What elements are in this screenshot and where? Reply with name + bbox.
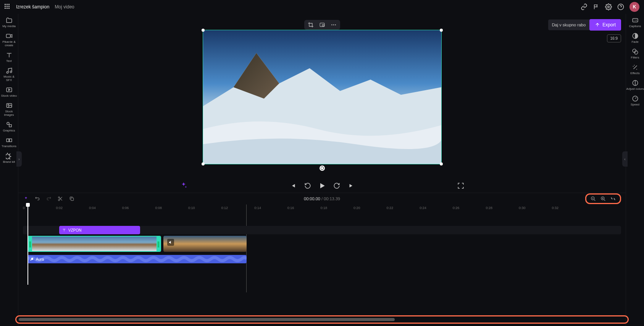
app-launcher-icon[interactable] xyxy=(5,4,11,10)
scissors-icon[interactable] xyxy=(57,196,63,202)
svg-point-16 xyxy=(333,24,334,26)
svg-rect-14 xyxy=(322,24,324,26)
settings-icon[interactable] xyxy=(605,3,612,10)
scroll-thumb[interactable] xyxy=(19,318,395,321)
avatar-initial: K xyxy=(633,4,636,10)
undo-icon[interactable] xyxy=(34,196,40,202)
aspect-ratio-badge[interactable]: 16:9 xyxy=(607,34,621,42)
sidebar-brand-kit[interactable]: Brand kit xyxy=(0,152,18,164)
label: Captions xyxy=(629,24,641,28)
timeline-ruler[interactable]: 00:020:040:060:080:100:120:140:160:180:2… xyxy=(23,204,621,213)
audio-clip[interactable]: Aura xyxy=(27,255,247,263)
sidebar-graphics[interactable]: Graphics xyxy=(0,121,18,132)
label: Speed xyxy=(631,103,639,106)
rewind-icon[interactable] xyxy=(304,182,312,190)
link-icon[interactable] xyxy=(581,3,588,10)
skip-end-icon[interactable] xyxy=(347,182,355,190)
svg-rect-6 xyxy=(6,88,12,92)
sidebar-adjust-colors[interactable]: Adjust colors xyxy=(626,79,644,91)
sidebar-captions[interactable]: Captions xyxy=(626,17,644,28)
sidebar-stock-video[interactable]: Stock video xyxy=(0,86,18,97)
more-icon[interactable] xyxy=(330,22,337,28)
magic-tool-icon[interactable] xyxy=(23,196,29,202)
upload-icon xyxy=(595,22,600,28)
topbar-right: K xyxy=(581,2,639,12)
svg-point-20 xyxy=(58,199,60,201)
skip-start-icon[interactable] xyxy=(289,182,297,190)
duplicate-icon[interactable] xyxy=(69,196,75,202)
svg-point-15 xyxy=(331,24,332,26)
play-icon[interactable] xyxy=(318,182,326,190)
pip-icon[interactable] xyxy=(319,22,326,28)
label: Brand kit xyxy=(3,160,15,164)
ruler-tick: 0:04 xyxy=(89,206,96,210)
rotate-handle[interactable] xyxy=(320,165,325,171)
sidebar-record-create[interactable]: Pikarde & create xyxy=(0,32,18,47)
track-spacer xyxy=(23,213,621,224)
sidebar-effects[interactable]: Effects xyxy=(626,64,644,75)
label: Adjust colors xyxy=(626,87,644,91)
right-sidebar: Captions Fade Filters Effects Adjust col… xyxy=(626,14,644,326)
flag-icon[interactable] xyxy=(593,3,600,10)
ruler-tick: 0:18 xyxy=(320,206,327,210)
fullscreen-icon[interactable] xyxy=(457,182,465,190)
sidebar-speed[interactable]: Speed xyxy=(626,95,644,106)
text-clip-label: VZPON xyxy=(68,228,81,232)
playhead[interactable] xyxy=(27,204,28,285)
resize-handle-tr[interactable] xyxy=(440,29,443,32)
timeline-scroll-highlighted[interactable] xyxy=(15,315,629,324)
ruler-tick: 0:02 xyxy=(56,206,63,210)
topbar-left: Izrezek šampion Moj video xyxy=(5,4,74,10)
label: Transitions xyxy=(2,144,16,148)
ai-sparkle-icon[interactable] xyxy=(179,181,188,190)
export-button[interactable]: Export xyxy=(589,19,621,31)
export-label: Export xyxy=(602,22,616,28)
ruler-tick: 0:14 xyxy=(254,206,261,210)
sidebar-fade[interactable]: Fade xyxy=(626,32,644,44)
brand-title: Izrezek šampion xyxy=(16,4,49,10)
audio-track[interactable]: Aura xyxy=(23,255,621,263)
right-sidebar-collapse[interactable]: ‹ xyxy=(622,151,628,167)
video-track[interactable]: ∥ ∥ xyxy=(23,236,621,253)
sidebar-music-sfx[interactable]: Music & SFX xyxy=(0,67,18,82)
crop-icon[interactable] xyxy=(307,22,314,28)
ruler-tick: 0:10 xyxy=(188,206,195,210)
sidebar-my-media[interactable]: My media xyxy=(0,17,18,28)
share-button[interactable]: Daj v skupno rabo xyxy=(548,19,590,30)
zoom-out-icon[interactable] xyxy=(590,196,596,202)
clip-grip-right[interactable]: ∥ xyxy=(157,237,160,251)
sidebar-transitions[interactable]: Transitions xyxy=(0,137,18,148)
label: Fade xyxy=(631,40,638,44)
video-canvas[interactable] xyxy=(203,30,442,164)
label: My media xyxy=(2,24,16,28)
resize-handle-bl[interactable] xyxy=(202,162,205,165)
resize-handle-br[interactable] xyxy=(440,162,443,165)
svg-rect-10 xyxy=(9,125,11,127)
help-icon[interactable] xyxy=(617,3,624,10)
left-sidebar: My media Pikarde & create Text Music & S… xyxy=(0,14,18,326)
center-column: Daj v skupno rabo Export 16:9 xyxy=(18,14,626,326)
video-clip-primary[interactable]: ∥ ∥ xyxy=(27,236,161,252)
svg-rect-3 xyxy=(6,34,10,38)
music-note-icon xyxy=(30,257,34,261)
resize-handle-tl[interactable] xyxy=(202,29,205,32)
text-track[interactable]: VZPON xyxy=(23,226,621,234)
clip-grip-left[interactable]: ∥ xyxy=(28,237,32,251)
text-clip[interactable]: VZPON xyxy=(59,226,140,234)
volume-icon[interactable] xyxy=(167,239,174,246)
redo-icon[interactable] xyxy=(46,196,52,202)
sidebar-stock-images[interactable]: Stock images xyxy=(0,102,18,117)
top-bar: Izrezek šampion Moj video K xyxy=(0,0,644,14)
fit-icon[interactable] xyxy=(610,196,616,202)
sidebar-text[interactable]: Text xyxy=(0,52,18,63)
video-clip-secondary[interactable] xyxy=(163,236,247,252)
ruler-tick: 0:24 xyxy=(420,206,426,210)
project-title[interactable]: Moj video xyxy=(55,4,74,10)
svg-rect-11 xyxy=(6,139,9,142)
user-avatar[interactable]: K xyxy=(629,2,639,12)
zoom-in-icon[interactable] xyxy=(600,196,606,202)
sidebar-filters[interactable]: Filters xyxy=(626,48,644,59)
forward-icon[interactable] xyxy=(333,182,341,190)
ruler-tick: 0 xyxy=(23,206,25,210)
audio-clip-label: Aura xyxy=(36,257,44,261)
